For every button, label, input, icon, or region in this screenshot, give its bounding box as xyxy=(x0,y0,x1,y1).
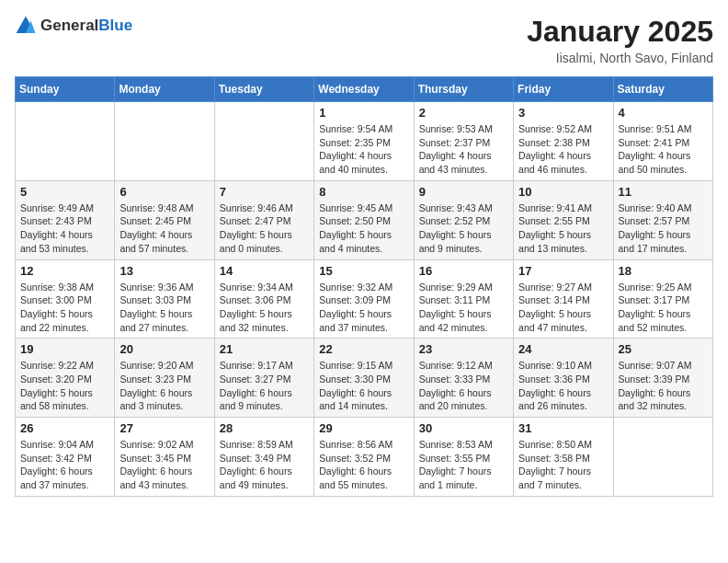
day-info: Sunrise: 9:40 AM Sunset: 2:57 PM Dayligh… xyxy=(619,201,708,256)
day-number: 16 xyxy=(419,264,508,278)
calendar-cell xyxy=(613,418,712,497)
day-info: Sunrise: 9:49 AM Sunset: 2:43 PM Dayligh… xyxy=(20,201,109,256)
calendar-cell: 19Sunrise: 9:22 AM Sunset: 3:20 PM Dayli… xyxy=(16,339,115,418)
day-number: 8 xyxy=(319,185,408,199)
day-number: 9 xyxy=(419,185,508,199)
week-row-1: 1Sunrise: 9:54 AM Sunset: 2:35 PM Daylig… xyxy=(16,102,713,181)
day-info: Sunrise: 9:20 AM Sunset: 3:23 PM Dayligh… xyxy=(119,359,209,413)
day-number: 31 xyxy=(518,421,608,435)
day-info: Sunrise: 9:02 AM Sunset: 3:45 PM Dayligh… xyxy=(119,438,209,492)
calendar-cell: 14Sunrise: 9:34 AM Sunset: 3:06 PM Dayli… xyxy=(214,259,313,339)
day-info: Sunrise: 9:34 AM Sunset: 3:06 PM Dayligh… xyxy=(220,281,309,335)
day-number: 13 xyxy=(119,264,209,278)
calendar-cell: 16Sunrise: 9:29 AM Sunset: 3:11 PM Dayli… xyxy=(414,259,513,339)
header: GeneralBlue January 2025 Iisalmi, North … xyxy=(15,15,713,65)
day-number: 12 xyxy=(20,264,109,278)
day-number: 27 xyxy=(119,421,209,435)
day-info: Sunrise: 8:50 AM Sunset: 3:58 PM Dayligh… xyxy=(518,438,608,492)
calendar-cell: 27Sunrise: 9:02 AM Sunset: 3:45 PM Dayli… xyxy=(115,418,214,497)
day-info: Sunrise: 9:10 AM Sunset: 3:36 PM Dayligh… xyxy=(518,359,608,413)
weekday-header-friday: Friday xyxy=(514,77,613,102)
month-title: January 2025 xyxy=(527,15,713,49)
calendar-cell: 22Sunrise: 9:15 AM Sunset: 3:30 PM Dayli… xyxy=(314,339,414,418)
day-info: Sunrise: 9:54 AM Sunset: 2:35 PM Dayligh… xyxy=(319,122,408,177)
logo-icon xyxy=(15,15,37,37)
day-number: 21 xyxy=(220,342,309,356)
day-info: Sunrise: 9:43 AM Sunset: 2:52 PM Dayligh… xyxy=(419,201,508,256)
day-number: 24 xyxy=(518,342,608,356)
weekday-header-wednesday: Wednesday xyxy=(314,77,414,102)
day-info: Sunrise: 9:36 AM Sunset: 3:03 PM Dayligh… xyxy=(119,281,209,335)
calendar-cell: 8Sunrise: 9:45 AM Sunset: 2:50 PM Daylig… xyxy=(314,180,414,259)
day-number: 18 xyxy=(619,264,708,278)
day-number: 4 xyxy=(619,106,708,120)
day-number: 28 xyxy=(220,421,309,435)
weekday-header-tuesday: Tuesday xyxy=(214,77,313,102)
day-info: Sunrise: 9:45 AM Sunset: 2:50 PM Dayligh… xyxy=(319,201,408,256)
day-info: Sunrise: 9:17 AM Sunset: 3:27 PM Dayligh… xyxy=(220,359,309,413)
day-number: 25 xyxy=(619,342,708,356)
day-info: Sunrise: 9:27 AM Sunset: 3:14 PM Dayligh… xyxy=(518,281,608,335)
calendar-cell: 5Sunrise: 9:49 AM Sunset: 2:43 PM Daylig… xyxy=(16,180,115,259)
weekday-header-row: SundayMondayTuesdayWednesdayThursdayFrid… xyxy=(16,77,713,102)
day-info: Sunrise: 9:04 AM Sunset: 3:42 PM Dayligh… xyxy=(20,438,109,492)
week-row-4: 19Sunrise: 9:22 AM Sunset: 3:20 PM Dayli… xyxy=(16,339,713,418)
logo-general: GeneralBlue xyxy=(40,17,132,35)
day-number: 3 xyxy=(518,106,608,120)
week-row-2: 5Sunrise: 9:49 AM Sunset: 2:43 PM Daylig… xyxy=(16,180,713,259)
calendar-table: SundayMondayTuesdayWednesdayThursdayFrid… xyxy=(15,76,713,497)
calendar-cell: 24Sunrise: 9:10 AM Sunset: 3:36 PM Dayli… xyxy=(514,339,613,418)
day-number: 7 xyxy=(220,185,309,199)
week-row-3: 12Sunrise: 9:38 AM Sunset: 3:00 PM Dayli… xyxy=(16,259,713,339)
calendar-cell: 30Sunrise: 8:53 AM Sunset: 3:55 PM Dayli… xyxy=(414,418,513,497)
weekday-header-sunday: Sunday xyxy=(16,77,115,102)
calendar-cell: 18Sunrise: 9:25 AM Sunset: 3:17 PM Dayli… xyxy=(613,259,712,339)
day-info: Sunrise: 9:41 AM Sunset: 2:55 PM Dayligh… xyxy=(518,201,608,256)
day-number: 10 xyxy=(518,185,608,199)
day-info: Sunrise: 9:22 AM Sunset: 3:20 PM Dayligh… xyxy=(20,359,109,413)
weekday-header-saturday: Saturday xyxy=(613,77,712,102)
day-number: 14 xyxy=(220,264,309,278)
day-number: 11 xyxy=(619,185,708,199)
day-info: Sunrise: 9:15 AM Sunset: 3:30 PM Dayligh… xyxy=(319,359,408,413)
calendar-cell xyxy=(115,102,214,181)
calendar-cell: 20Sunrise: 9:20 AM Sunset: 3:23 PM Dayli… xyxy=(115,339,214,418)
calendar-cell xyxy=(16,102,115,181)
day-number: 1 xyxy=(319,106,408,120)
calendar-cell: 4Sunrise: 9:51 AM Sunset: 2:41 PM Daylig… xyxy=(613,102,712,181)
calendar-cell: 12Sunrise: 9:38 AM Sunset: 3:00 PM Dayli… xyxy=(16,259,115,339)
day-info: Sunrise: 8:53 AM Sunset: 3:55 PM Dayligh… xyxy=(419,438,508,492)
day-info: Sunrise: 9:38 AM Sunset: 3:00 PM Dayligh… xyxy=(20,281,109,335)
day-info: Sunrise: 9:51 AM Sunset: 2:41 PM Dayligh… xyxy=(619,122,708,177)
day-number: 2 xyxy=(419,106,508,120)
day-info: Sunrise: 9:29 AM Sunset: 3:11 PM Dayligh… xyxy=(419,281,508,335)
day-info: Sunrise: 9:12 AM Sunset: 3:33 PM Dayligh… xyxy=(419,359,508,413)
calendar-cell: 11Sunrise: 9:40 AM Sunset: 2:57 PM Dayli… xyxy=(613,180,712,259)
calendar-cell: 15Sunrise: 9:32 AM Sunset: 3:09 PM Dayli… xyxy=(314,259,414,339)
calendar-cell: 13Sunrise: 9:36 AM Sunset: 3:03 PM Dayli… xyxy=(115,259,214,339)
calendar-cell: 17Sunrise: 9:27 AM Sunset: 3:14 PM Dayli… xyxy=(514,259,613,339)
calendar-cell: 6Sunrise: 9:48 AM Sunset: 2:45 PM Daylig… xyxy=(115,180,214,259)
calendar-cell: 9Sunrise: 9:43 AM Sunset: 2:52 PM Daylig… xyxy=(414,180,513,259)
calendar-cell: 29Sunrise: 8:56 AM Sunset: 3:52 PM Dayli… xyxy=(314,418,414,497)
calendar-cell: 26Sunrise: 9:04 AM Sunset: 3:42 PM Dayli… xyxy=(16,418,115,497)
calendar-cell: 2Sunrise: 9:53 AM Sunset: 2:37 PM Daylig… xyxy=(414,102,513,181)
calendar-cell: 25Sunrise: 9:07 AM Sunset: 3:39 PM Dayli… xyxy=(613,339,712,418)
day-number: 19 xyxy=(20,342,109,356)
day-number: 6 xyxy=(119,185,209,199)
day-info: Sunrise: 9:52 AM Sunset: 2:38 PM Dayligh… xyxy=(518,122,608,177)
calendar-cell: 7Sunrise: 9:46 AM Sunset: 2:47 PM Daylig… xyxy=(214,180,313,259)
calendar-cell: 10Sunrise: 9:41 AM Sunset: 2:55 PM Dayli… xyxy=(514,180,613,259)
day-info: Sunrise: 9:25 AM Sunset: 3:17 PM Dayligh… xyxy=(619,281,708,335)
day-number: 20 xyxy=(119,342,209,356)
day-info: Sunrise: 8:56 AM Sunset: 3:52 PM Dayligh… xyxy=(319,438,408,492)
weekday-header-monday: Monday xyxy=(115,77,214,102)
day-info: Sunrise: 9:46 AM Sunset: 2:47 PM Dayligh… xyxy=(220,201,309,256)
calendar-cell xyxy=(214,102,313,181)
day-info: Sunrise: 9:32 AM Sunset: 3:09 PM Dayligh… xyxy=(319,281,408,335)
location-subtitle: Iisalmi, North Savo, Finland xyxy=(527,51,713,65)
day-number: 5 xyxy=(20,185,109,199)
weekday-header-thursday: Thursday xyxy=(414,77,513,102)
calendar-cell: 21Sunrise: 9:17 AM Sunset: 3:27 PM Dayli… xyxy=(214,339,313,418)
day-number: 23 xyxy=(419,342,508,356)
